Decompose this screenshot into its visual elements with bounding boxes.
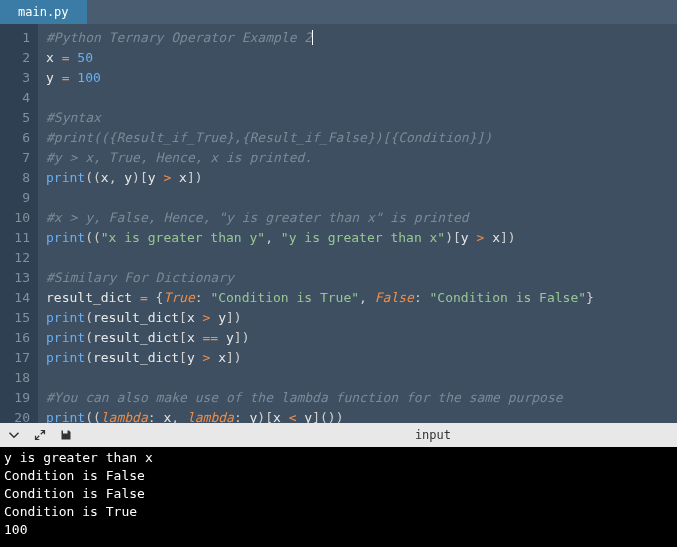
code-line[interactable] bbox=[46, 188, 669, 208]
line-number: 5 bbox=[4, 108, 30, 128]
line-number: 16 bbox=[4, 328, 30, 348]
code-line[interactable]: print((x, y)[y > x]) bbox=[46, 168, 669, 188]
console-line: y is greater than x bbox=[4, 449, 673, 467]
input-label: input bbox=[415, 428, 671, 442]
line-number: 14 bbox=[4, 288, 30, 308]
code-line[interactable] bbox=[46, 88, 669, 108]
code-line[interactable]: #print(({Result_if_True},{Result_if_Fals… bbox=[46, 128, 669, 148]
code-line[interactable]: result_dict = {True: "Condition is True"… bbox=[46, 288, 669, 308]
code-line[interactable]: print(result_dict[y > x]) bbox=[46, 348, 669, 368]
code-line[interactable]: #x > y, False, Hence, "y is greater than… bbox=[46, 208, 669, 228]
console-output: y is greater than xCondition is FalseCon… bbox=[0, 447, 677, 547]
code-line[interactable]: print(result_dict[x > y]) bbox=[46, 308, 669, 328]
line-number: 4 bbox=[4, 88, 30, 108]
line-number: 15 bbox=[4, 308, 30, 328]
code-line[interactable]: y = 100 bbox=[46, 68, 669, 88]
tab-main-py[interactable]: main.py bbox=[0, 0, 87, 24]
code-line[interactable]: #y > x, True, Hence, x is printed. bbox=[46, 148, 669, 168]
line-number: 2 bbox=[4, 48, 30, 68]
code-line[interactable] bbox=[46, 248, 669, 268]
console-line: Condition is True bbox=[4, 503, 673, 521]
line-number: 7 bbox=[4, 148, 30, 168]
code-line[interactable]: #Python Ternary Operator Example 2 bbox=[46, 28, 669, 48]
line-number: 18 bbox=[4, 368, 30, 388]
code-line[interactable]: x = 50 bbox=[46, 48, 669, 68]
code-line[interactable]: #Syntax bbox=[46, 108, 669, 128]
line-number: 10 bbox=[4, 208, 30, 228]
line-number: 11 bbox=[4, 228, 30, 248]
line-number: 20 bbox=[4, 408, 30, 423]
line-number: 19 bbox=[4, 388, 30, 408]
console-line: Condition is False bbox=[4, 467, 673, 485]
line-number: 12 bbox=[4, 248, 30, 268]
console-line: 100 bbox=[4, 521, 673, 539]
line-number: 3 bbox=[4, 68, 30, 88]
line-number: 8 bbox=[4, 168, 30, 188]
line-number: 17 bbox=[4, 348, 30, 368]
code-line[interactable]: print((lambda: x, lambda: y)[x < y]()) bbox=[46, 408, 669, 423]
save-icon[interactable] bbox=[58, 427, 74, 443]
tab-bar: main.py bbox=[0, 0, 677, 24]
line-number: 6 bbox=[4, 128, 30, 148]
code-area[interactable]: #Python Ternary Operator Example 2x = 50… bbox=[38, 24, 677, 423]
expand-icon[interactable] bbox=[32, 427, 48, 443]
console-toolbar: input bbox=[0, 423, 677, 447]
line-number-gutter: 1234567891011121314151617181920 bbox=[0, 24, 38, 423]
code-editor[interactable]: 1234567891011121314151617181920 #Python … bbox=[0, 24, 677, 423]
code-line[interactable]: #You can also make use of the lambda fun… bbox=[46, 388, 669, 408]
tab-label: main.py bbox=[18, 5, 69, 19]
code-line[interactable]: #Similary For Dictionary bbox=[46, 268, 669, 288]
code-line[interactable]: print(result_dict[x == y]) bbox=[46, 328, 669, 348]
code-line[interactable] bbox=[46, 368, 669, 388]
line-number: 9 bbox=[4, 188, 30, 208]
chevron-down-icon[interactable] bbox=[6, 427, 22, 443]
line-number: 13 bbox=[4, 268, 30, 288]
line-number: 1 bbox=[4, 28, 30, 48]
console-line: Condition is False bbox=[4, 485, 673, 503]
code-line[interactable]: print(("x is greater than y", "y is grea… bbox=[46, 228, 669, 248]
